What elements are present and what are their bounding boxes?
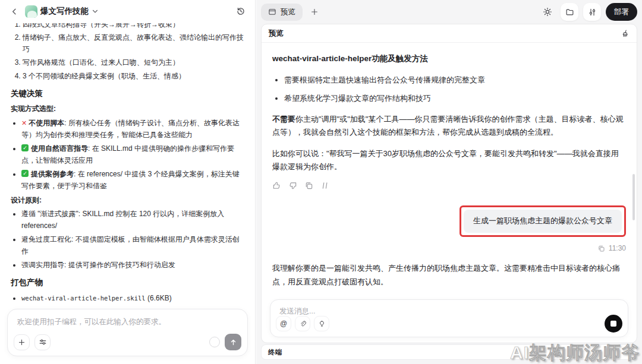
list-item: 强调实用指导: 提供可操作的写作技巧和行动启发 xyxy=(21,259,244,271)
chat-header: 爆文写作技能 xyxy=(0,0,255,23)
package-size: (6.6KB) xyxy=(147,294,172,302)
design-label: 设计原则: xyxy=(11,194,244,206)
user-message-row: 生成一篇职场焦虑主题的爆款公众号文章 xyxy=(272,205,626,236)
user-message-bubble: 生成一篇职场焦虑主题的爆款公众号文章 xyxy=(464,210,622,232)
list-item: 需要根据特定主题快速输出符合公众号传播规律的完整文章 xyxy=(284,74,626,87)
send-button[interactable] xyxy=(225,334,241,350)
cross-icon xyxy=(21,118,27,128)
attach-button[interactable] xyxy=(295,316,310,331)
settings-button[interactable] xyxy=(34,334,51,350)
list-item: 遵循 "渐进式披露": SKILL.md 控制在 120 行以内，详细案例放入 … xyxy=(21,208,244,232)
stop-icon xyxy=(610,321,616,327)
impl-list: 不使用脚本: 所有核心任务（情绪钩子设计、痛点分析、故事化表达等）均为创作类和推… xyxy=(11,117,244,192)
chevron-left-icon xyxy=(10,7,19,16)
sliders-icon xyxy=(39,338,47,346)
theme-button[interactable] xyxy=(539,4,556,20)
watermark: AI架构师汤师爷 xyxy=(510,341,640,364)
preview-composer[interactable]: 发送消息... @ xyxy=(270,299,628,337)
list-item: 避免过度工程化: 不提供固定模板，由智能体根据用户具体需求灵活创作 xyxy=(21,233,244,257)
chevron-down-icon xyxy=(92,8,99,15)
deliverables-list: 四段式文章结构指导（开头→展开→转折→收束） 情绪钩子、痛点放大、反直觉观点、故… xyxy=(11,23,244,82)
composer-placeholder[interactable]: 欢迎使用扣子编程，可以在此输入你的要求。 xyxy=(8,309,247,327)
tab-preview[interactable]: 预览 xyxy=(261,4,303,21)
history-icon xyxy=(236,7,246,16)
usage-indicator xyxy=(209,337,220,347)
impl-label: 实现方式选型: xyxy=(11,103,244,115)
section-heading: 关键决策 xyxy=(11,87,244,101)
composer-toolbar: @ xyxy=(276,315,622,333)
message-composer[interactable]: 欢迎使用扣子编程，可以在此输入你的要求。 xyxy=(7,309,248,356)
copy-icon[interactable] xyxy=(597,245,605,252)
at-icon: @ xyxy=(280,319,287,328)
skill-title-dropdown[interactable]: 爆文写作技能 xyxy=(25,5,99,18)
annotation-highlight: 生成一篇职场焦虑主题的爆款公众号文章 xyxy=(460,205,626,236)
scrollbar-thumb[interactable] xyxy=(632,174,635,220)
tab-label: 预览 xyxy=(281,7,295,17)
copy-icon[interactable] xyxy=(304,181,313,190)
skill-title: 爆文写作技能 xyxy=(40,6,89,17)
terminal-label: 终端 xyxy=(268,348,282,357)
composer-toolbar xyxy=(14,334,241,350)
composer-placeholder[interactable]: 发送消息... xyxy=(270,300,628,316)
preview-card: 预览 wechat-viral-article-helper功能及触发方法 需要… xyxy=(261,24,637,343)
message-timestamp: 11:30 xyxy=(609,242,626,255)
send-icon xyxy=(229,338,237,346)
mention-button[interactable]: @ xyxy=(276,316,291,331)
stop-button[interactable] xyxy=(605,315,622,333)
message-actions xyxy=(272,181,626,190)
section-heading: 打包产物 xyxy=(11,276,244,290)
bulb-icon xyxy=(318,320,326,328)
list-item: 情绪钩子、痛点放大、反直觉观点、故事化表达、强结论输出的写作技巧 xyxy=(23,31,244,55)
package-filename: wechat-viral-article-helper.skill xyxy=(21,295,146,302)
sliders-vertical-icon xyxy=(588,8,597,17)
sun-icon xyxy=(543,7,552,17)
feature-bullets: 需要根据特定主题快速输出符合公众号传播规律的完整文章 希望系统化学习爆款文章的写… xyxy=(272,74,626,105)
list-item: 不使用脚本: 所有核心任务（情绪钩子设计、痛点分析、故事化表达等）均为创作类和推… xyxy=(21,117,244,141)
design-list: 遵循 "渐进式披露": SKILL.md 控制在 120 行以内，详细案例放入 … xyxy=(11,208,244,271)
clean-icon[interactable] xyxy=(621,29,630,38)
assistant-message-title: wechat-viral-article-helper功能及触发方法 xyxy=(272,52,626,65)
package-list: wechat-viral-article-helper.skill (6.6KB… xyxy=(11,292,244,304)
list-item: wechat-viral-article-helper.skill (6.6KB… xyxy=(21,292,244,304)
preview-card-header: 预览 xyxy=(262,24,637,43)
assistant-paragraph: 不需要你主动"调用"或"加载"某个工具——你只需要清晰告诉我你的创作需求（主题、… xyxy=(272,113,626,140)
window-icon xyxy=(268,8,276,16)
paperclip-icon xyxy=(299,320,307,328)
list-item: 写作风格规范（口语化、过来人口吻、短句为主） xyxy=(23,56,244,68)
thumb-up-icon[interactable] xyxy=(272,181,281,190)
thumb-down-icon[interactable] xyxy=(288,181,297,190)
panel-settings-button[interactable] xyxy=(583,3,601,21)
check-icon xyxy=(21,144,29,151)
new-tab-button[interactable] xyxy=(307,5,322,19)
app-screen: 爆文写作技能 四段式文章结构指导（开头→展开→转折→收束） 情绪钩子、痛点放大、… xyxy=(0,0,642,364)
files-button[interactable] xyxy=(561,3,578,21)
back-button[interactable] xyxy=(8,5,20,17)
skill-avatar xyxy=(25,5,37,18)
plus-icon xyxy=(310,8,319,16)
plus-icon xyxy=(18,338,26,346)
preview-chat: wechat-viral-article-helper功能及触发方法 需要根据特… xyxy=(262,43,637,296)
list-item: 希望系统化学习爆款文章的写作结构和技巧 xyxy=(284,92,626,105)
assistant-paragraph: 比如你可以说："帮我写一篇关于30岁职场焦虑的公众号文章，要能引发共鸣和转发"—… xyxy=(272,147,626,174)
list-item: 四段式文章结构指导（开头→展开→转折→收束） xyxy=(23,23,244,30)
preview-panel: 预览 部署 预览 wechat-viral xyxy=(256,0,642,364)
user-message-meta: 11:30 xyxy=(272,242,626,255)
add-button[interactable] xyxy=(14,334,30,350)
chat-transcript: 四段式文章结构指导（开头→展开→转折→收束） 情绪钩子、痛点放大、反直觉观点、故… xyxy=(0,23,254,305)
folder-icon xyxy=(565,8,574,17)
assistant-paragraph: 我理解你要的是一篇能引发共鸣、产生传播力的职场焦虑主题文章。这需要精准击中目标读… xyxy=(272,262,626,289)
deploy-button[interactable]: 部署 xyxy=(606,3,637,21)
list-item: 3 个不同领域的经典爆文案例（职场、生活、情感） xyxy=(23,70,244,82)
history-button[interactable] xyxy=(235,5,247,17)
preview-topbar: 预览 部署 xyxy=(256,0,642,24)
idea-button[interactable] xyxy=(314,316,329,331)
chat-panel: 爆文写作技能 四段式文章结构指导（开头→展开→转折→收束） 情绪钩子、痛点放大、… xyxy=(0,0,256,364)
list-item: 提供案例参考: 在 references/ 中提供 3 个经典爆文案例，标注关键… xyxy=(21,168,244,192)
check-icon xyxy=(21,170,29,177)
preview-title: 预览 xyxy=(269,29,284,39)
list-item: 使用自然语言指导: 在 SKILL.md 中提供明确的操作步骤和写作要点，让智能… xyxy=(21,143,244,166)
quote-icon[interactable] xyxy=(320,181,329,190)
